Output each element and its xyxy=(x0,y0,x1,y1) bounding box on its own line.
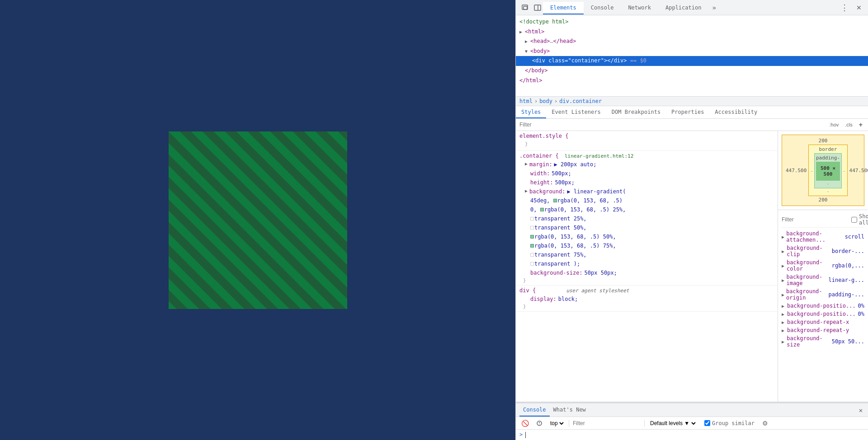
tree-html-close: </html> xyxy=(516,76,868,86)
console-context-select[interactable]: top xyxy=(548,420,565,427)
css-prop-bg-line1: 45deg, rgba(0, 153, 68, .5) xyxy=(519,196,774,205)
console-settings-btn[interactable]: ⚙ xyxy=(760,418,771,429)
tab-event-listeners[interactable]: Event Listeners xyxy=(546,107,606,118)
breadcrumb-html[interactable]: html xyxy=(519,98,533,104)
expand-margin[interactable]: ▶ xyxy=(525,160,528,167)
breadcrumb-div[interactable]: div.container xyxy=(559,98,602,104)
tab-dom-breakpoints[interactable]: DOM Breakpoints xyxy=(606,107,666,118)
css-prop-display: display: block; xyxy=(519,295,774,304)
preview-area xyxy=(0,0,515,440)
css-selector-container: .container { linear-gradient.html:12 xyxy=(519,153,774,159)
hov-button[interactable]: :hov xyxy=(828,121,841,128)
divider-2 xyxy=(644,420,645,427)
color-swatch-4[interactable] xyxy=(530,226,534,229)
tab-application[interactable]: Application xyxy=(658,2,708,14)
devtools-close-button[interactable]: ✕ xyxy=(854,2,864,13)
border-bottom: - xyxy=(810,188,845,194)
color-swatch-6[interactable] xyxy=(530,244,534,248)
computed-prop-bg-pos-y[interactable]: ▶ background-positio... 0% xyxy=(782,310,864,318)
console-filter-input[interactable] xyxy=(573,420,641,426)
computed-prop-bg-origin[interactable]: ▶ background-origin padding-... xyxy=(782,287,864,302)
tree-head[interactable]: ▶<head>…</head> xyxy=(516,37,868,47)
devtools-panel-container: <!doctype html> ▶<html> ▶<head>…</head> … xyxy=(516,15,868,440)
computed-filter-input[interactable] xyxy=(782,216,849,223)
undock-button[interactable] xyxy=(519,2,530,13)
console-clear-btn[interactable]: 🚫 xyxy=(519,418,530,429)
tree-container-div[interactable]: <div class="container"></div> == $0 xyxy=(516,56,868,66)
devtools-menu-button[interactable]: ⋮ xyxy=(839,2,850,13)
tree-body-close: </body> xyxy=(516,66,868,76)
devtools-topbar: Elements Console Network Application » ⋮… xyxy=(516,0,868,15)
computed-prop-bg-size[interactable]: ▶ background-size 50px 50... xyxy=(782,334,864,349)
tab-styles[interactable]: Styles xyxy=(516,107,546,118)
computed-prop-bg-image[interactable]: ▶ background-image linear-g... xyxy=(782,273,864,287)
css-prop-bg-line4: transparent 50%, xyxy=(519,223,774,232)
border-right: - xyxy=(843,168,846,174)
show-all-checkbox[interactable] xyxy=(851,217,857,223)
tree-body[interactable]: ▼<body> xyxy=(516,47,868,56)
css-prop-height: height: 500px; xyxy=(519,178,774,187)
breadcrumb-body[interactable]: body xyxy=(539,98,552,104)
tab-properties[interactable]: Properties xyxy=(666,107,709,118)
add-style-button[interactable]: + xyxy=(857,120,864,129)
color-swatch-1[interactable] xyxy=(553,199,557,202)
computed-prop-bg-clip[interactable]: ▶ background-clip border-... xyxy=(782,244,864,258)
tab-elements[interactable]: Elements xyxy=(543,2,584,14)
css-prop-bg-size: background-size: 50px 50px; xyxy=(519,268,774,277)
console-tabs-row: Console What's New ✕ xyxy=(516,403,868,417)
css-source-link[interactable]: linear-gradient.html:12 xyxy=(565,153,633,159)
css-prop-background: ▶ background: ▶ linear-gradient( xyxy=(519,187,774,196)
expand-background[interactable]: ▶ xyxy=(525,187,528,194)
computed-prop-bg-repeat-x[interactable]: ▶ background-repeat-x xyxy=(782,318,864,326)
upper-panel: <!doctype html> ▶<html> ▶<head>…</head> … xyxy=(516,15,868,402)
css-prop-bg-line6: rgba(0, 153, 68, .5) 75%, xyxy=(519,241,774,250)
html-tree-section: <!doctype html> ▶<html> ▶<head>…</head> … xyxy=(516,15,868,97)
css-selector-element-style: element.style { xyxy=(519,133,774,139)
tab-more[interactable]: » xyxy=(708,2,719,14)
computed-prop-bg-pos-x[interactable]: ▶ background-positio... 0% xyxy=(782,302,864,310)
divider-1 xyxy=(569,420,569,427)
tab-console[interactable]: Console xyxy=(584,2,621,14)
console-preserve-log[interactable] xyxy=(534,418,545,429)
box-model-diagram: 200 447.500 border - xyxy=(782,135,864,206)
color-swatch-7[interactable] xyxy=(530,253,534,257)
computed-filter-section: Show all ▶ background-attachmen... scrol… xyxy=(778,210,868,351)
margin-top-label: 200 xyxy=(784,137,862,145)
styles-sub-tabs: Styles Event Listeners DOM Breakpoints P… xyxy=(516,106,868,119)
tab-accessibility[interactable]: Accessibility xyxy=(709,107,763,118)
computed-prop-bg-color[interactable]: ▶ background-color rgba(0,... xyxy=(782,258,864,273)
preview-striped-box xyxy=(169,131,347,309)
styles-filter-bar: :hov .cls + xyxy=(516,119,868,131)
color-swatch-3[interactable] xyxy=(530,217,534,220)
tab-whats-new[interactable]: What's New xyxy=(550,404,590,417)
color-swatch-8[interactable] xyxy=(530,262,534,266)
cls-button[interactable]: .cls xyxy=(843,121,854,128)
margin-left-label: 447.500 xyxy=(784,145,808,196)
console-level-select[interactable]: Default levels ▼ xyxy=(648,420,697,427)
css-rule-div: div { user agent stylesheet display: blo… xyxy=(516,286,778,312)
color-swatch-5[interactable] xyxy=(530,235,534,239)
svg-rect-1 xyxy=(524,6,527,9)
dock-button[interactable] xyxy=(532,2,543,13)
tab-console-bottom[interactable]: Console xyxy=(519,404,550,417)
content-box: 500 × 500 xyxy=(816,162,840,181)
css-selector-div: div { user agent stylesheet xyxy=(519,287,774,294)
group-similar-checkbox[interactable] xyxy=(704,420,710,426)
svg-rect-0 xyxy=(522,5,528,9)
margin-bottom-label: 200 xyxy=(784,196,862,204)
margin-right-label: 447.500 xyxy=(848,145,868,196)
computed-prop-bg-repeat-y[interactable]: ▶ background-repeat-y xyxy=(782,326,864,334)
computed-filter-bar: Show all xyxy=(782,212,864,228)
computed-panel: 200 447.500 border - xyxy=(778,131,868,402)
console-cursor[interactable] xyxy=(525,432,526,438)
border-row: - padding- 500 × 500 - - xyxy=(810,153,845,188)
html-tree: <!doctype html> ▶<html> ▶<head>…</head> … xyxy=(516,17,868,85)
computed-prop-bg-attachment[interactable]: ▶ background-attachmen... scroll xyxy=(782,229,864,244)
css-prop-bg-line3: transparent 25%, xyxy=(519,214,774,223)
tree-html[interactable]: ▶<html> xyxy=(516,27,868,37)
styles-filter-input[interactable] xyxy=(519,122,825,128)
console-close-btn[interactable]: ✕ xyxy=(857,407,864,414)
color-swatch-2[interactable] xyxy=(540,208,544,211)
tab-network[interactable]: Network xyxy=(621,2,658,14)
css-prop-width: width: 500px; xyxy=(519,169,774,178)
